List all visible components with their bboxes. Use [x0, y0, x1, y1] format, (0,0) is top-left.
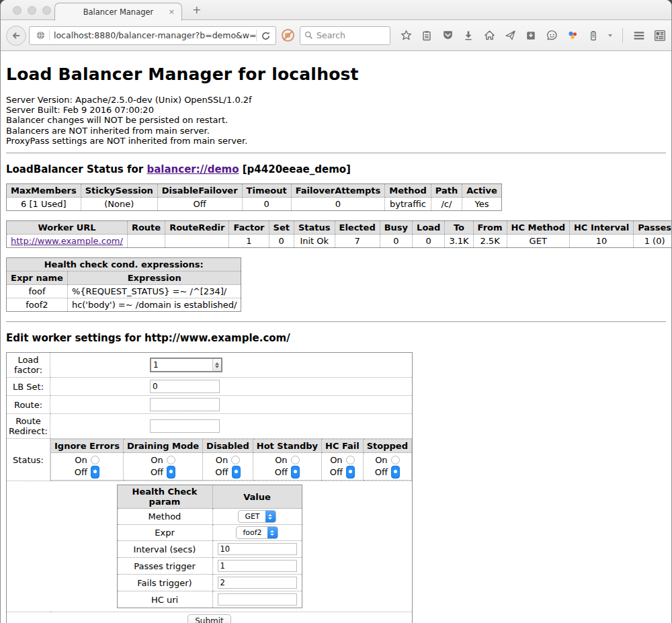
persist-warning-line: Balancer changes will NOT be persisted o…	[6, 115, 666, 125]
hc-method-label: Method	[117, 509, 212, 525]
cell-expression: %{REQUEST_STATUS} =~ /^[234]/	[67, 285, 241, 298]
url-bar[interactable]: localhost:8880/balancer-manager?b=demo&w…	[29, 26, 276, 45]
radio-ignore-errors-off[interactable]	[91, 466, 99, 479]
zoom-window-button[interactable]	[42, 6, 51, 15]
worker-url-link[interactable]: http://www.example.com/	[11, 236, 123, 246]
globe-icon	[32, 30, 50, 40]
on-label: On	[216, 454, 228, 466]
script-blocker-icon[interactable]	[282, 29, 294, 42]
cell-failoverattempts: 0	[291, 198, 385, 211]
search-bar[interactable]: Search	[300, 26, 390, 45]
col-maxmembers: MaxMembers	[7, 184, 81, 198]
hc-method-row: Method GET	[117, 509, 302, 525]
balancer-status-table: MaxMembers StickySession DisableFailover…	[6, 183, 502, 211]
overflow-caret-icon[interactable]	[608, 34, 612, 37]
cell-timeout: 0	[242, 198, 291, 211]
window-download-icon[interactable]	[525, 30, 537, 42]
load-factor-field[interactable]	[151, 359, 212, 371]
on-label: On	[151, 454, 163, 466]
window-controls	[13, 6, 51, 15]
tile-grid-icon[interactable]	[654, 30, 666, 42]
heading-prefix: LoadBalancer Status for	[6, 163, 146, 175]
route-redirect-row: Route Redirect:	[7, 414, 413, 439]
lb-set-input[interactable]	[150, 380, 220, 393]
colored-dots-icon[interactable]	[566, 30, 579, 42]
load-factor-row: Load factor:	[7, 353, 413, 378]
status-label: Status:	[7, 439, 50, 481]
worker-header-row: Worker URL Route RouteRedir Factor Set S…	[7, 221, 672, 235]
close-window-button[interactable]	[13, 6, 22, 15]
hc-expr-select[interactable]: foof2	[236, 526, 278, 539]
submit-button[interactable]: Submit	[187, 614, 231, 623]
hc-interval-input[interactable]	[218, 543, 297, 555]
new-tab-button[interactable]: +	[192, 3, 201, 16]
route-redirect-input[interactable]	[150, 419, 220, 433]
cell-load: 0	[413, 235, 445, 248]
col-hot-standby: Hot Standby	[253, 440, 321, 453]
col-disabled: Disabled	[203, 440, 253, 453]
radio-ignore-errors-on[interactable]	[91, 456, 99, 464]
hc-fails-row: Fails trigger)	[117, 575, 302, 591]
radio-hc-fail-on[interactable]	[346, 456, 355, 464]
hc-method-select[interactable]: GET	[238, 510, 276, 523]
balancer-demo-link[interactable]: balancer://demo	[146, 163, 239, 175]
status-table: Ignore Errors Draining Mode Disabled Hot…	[50, 439, 412, 481]
bookmark-star-icon[interactable]	[400, 30, 412, 42]
downloads-icon[interactable]	[462, 30, 474, 42]
col-status: Status	[294, 221, 335, 235]
number-stepper-icon[interactable]	[212, 359, 221, 371]
reading-list-icon[interactable]	[421, 30, 433, 42]
expr-row-foof: foof %{REQUEST_STATUS} =~ /^[234]/	[7, 285, 241, 298]
hc-interval-row: Interval (secs)	[117, 541, 302, 558]
radio-draining-mode-on[interactable]	[167, 456, 175, 464]
minimize-window-button[interactable]	[28, 6, 36, 15]
share-plane-icon[interactable]	[504, 30, 516, 42]
col-to: To	[445, 221, 473, 235]
battery-sidebar-icon[interactable]	[587, 30, 599, 42]
col-from: From	[473, 221, 507, 235]
col-hc-value: Value	[212, 485, 302, 509]
col-elected: Elected	[335, 221, 380, 235]
radio-draining-mode-off[interactable]	[167, 466, 175, 479]
home-icon[interactable]	[483, 30, 495, 42]
menu-hamburger-icon[interactable]	[633, 30, 645, 42]
toolbar-separator	[622, 28, 623, 43]
col-expression: Expression	[67, 272, 241, 285]
hc-uri-input[interactable]	[218, 593, 297, 606]
col-method: Method	[385, 184, 431, 198]
hc-passes-input[interactable]	[218, 560, 297, 572]
load-factor-input[interactable]	[150, 358, 222, 372]
radio-hot-standby-on[interactable]	[291, 456, 300, 464]
hc-expr-value: foof2	[237, 528, 267, 537]
off-label: Off	[215, 466, 228, 478]
url-text[interactable]: localhost:8880/balancer-manager?b=demo&w…	[54, 30, 256, 40]
back-button[interactable]	[6, 26, 26, 46]
hc-fails-input[interactable]	[218, 577, 297, 589]
col-stopped: Stopped	[363, 440, 411, 453]
route-input[interactable]	[150, 398, 220, 411]
cell-hc-interval: 10	[569, 235, 633, 248]
expr-table-title: Health check cond. expressions:	[7, 258, 241, 272]
worker-data-row: http://www.example.com/ 1 0 Init Ok 7 0 …	[7, 235, 672, 248]
hc-uri-row: HC uri	[117, 591, 302, 608]
radio-stopped-off[interactable]	[391, 466, 400, 479]
cell-route	[127, 235, 165, 248]
cell-hc-method: GET	[507, 235, 569, 248]
radio-stopped-on[interactable]	[391, 456, 400, 464]
tab-balancer-manager[interactable]: Balancer Manager ×	[54, 3, 182, 21]
hc-interval-label: Interval (secs)	[117, 541, 212, 558]
radio-hc-fail-off[interactable]	[346, 466, 355, 479]
hc-uri-label: HC uri	[117, 591, 212, 608]
page-content: Load Balancer Manager for localhost Serv…	[1, 51, 671, 623]
expr-title-row: Health check cond. expressions:	[7, 258, 241, 272]
cell-expr-name: foof2	[7, 298, 68, 312]
radio-hot-standby-off[interactable]	[291, 466, 300, 479]
route-row: Route:	[7, 396, 413, 414]
radio-disabled-off[interactable]	[232, 466, 241, 479]
reload-button[interactable]	[256, 30, 273, 41]
pocket-icon[interactable]	[442, 30, 454, 42]
col-hc-method: HC Method	[507, 221, 569, 235]
chat-smiley-icon[interactable]	[546, 30, 558, 42]
radio-disabled-on[interactable]	[231, 456, 240, 464]
tab-close-icon[interactable]: ×	[169, 7, 175, 16]
